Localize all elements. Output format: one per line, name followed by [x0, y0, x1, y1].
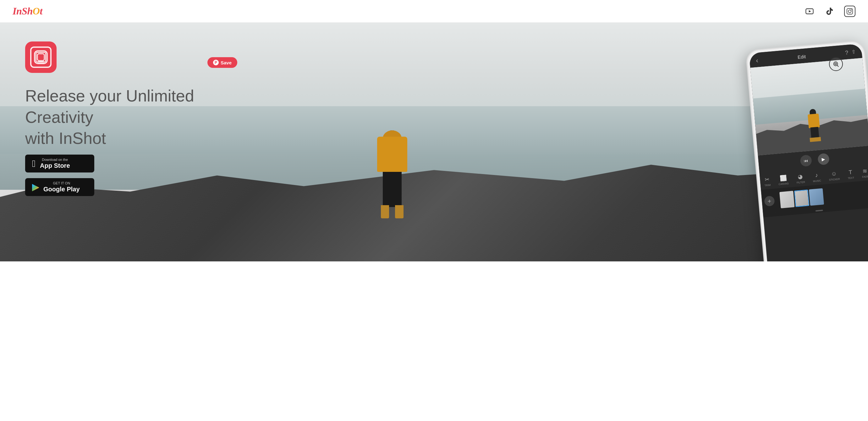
- progress-indicator: [815, 209, 823, 212]
- pv-jacket: [808, 114, 820, 128]
- phone-screen: ‹ Edit ? ⇧: [749, 44, 868, 261]
- logo-text: InShOt: [12, 5, 42, 17]
- app-logo-inner: [30, 46, 52, 68]
- text-icon: T: [848, 169, 852, 175]
- tool-fade[interactable]: ≋ FADE: [861, 167, 868, 179]
- tool-music-label: MUSIC: [813, 179, 821, 183]
- person-boot-right: [395, 205, 403, 218]
- filter-icon: ◕: [798, 173, 803, 180]
- svg-marker-1: [809, 10, 811, 12]
- music-icon: ♪: [815, 172, 818, 179]
- tool-music[interactable]: ♪ MUSIC: [812, 171, 821, 183]
- logo[interactable]: InShOt: [12, 5, 42, 17]
- tool-sticker-label: STICKER: [829, 177, 840, 181]
- app-logo-svg: [33, 49, 49, 65]
- google-play-button[interactable]: ▶ GET IT ON Google Play: [25, 178, 94, 196]
- google-play-text: GET IT ON Google Play: [43, 181, 80, 193]
- timeline-thumb-1: [779, 191, 795, 208]
- person-pants: [383, 172, 402, 207]
- app-store-text: Download on the App Store: [40, 158, 70, 169]
- tool-fade-label: FADE: [862, 175, 868, 179]
- person-boot-left: [381, 205, 389, 218]
- hero-buttons:  Download on the App Store ▶ GET IT ON …: [25, 155, 94, 196]
- svg-rect-5: [35, 51, 47, 63]
- sticker-icon: ☺: [831, 170, 837, 177]
- timeline-thumb-2: [794, 189, 809, 207]
- google-play-icon: ▶: [32, 182, 39, 192]
- app-logo: [25, 41, 57, 73]
- hero-section: Release your Unlimited Creativity with I…: [0, 23, 868, 261]
- tool-filter[interactable]: ◕ FILTER: [796, 173, 805, 184]
- camera-search-icon[interactable]: [829, 57, 843, 71]
- tool-sticker[interactable]: ☺ STICKER: [828, 170, 840, 181]
- add-media-button[interactable]: +: [764, 196, 775, 207]
- tiktok-icon[interactable]: [824, 6, 835, 17]
- skip-back-button[interactable]: ⏮: [800, 155, 812, 167]
- hero-person: [373, 130, 411, 218]
- phone-back-button[interactable]: ‹: [755, 57, 758, 65]
- tool-canvas-label: CANVAS: [778, 182, 789, 186]
- social-icons: [804, 6, 856, 17]
- fade-icon: ≋: [862, 167, 868, 175]
- save-button[interactable]: P Save: [208, 57, 237, 68]
- hero-title: Release your Unlimited Creativity with I…: [25, 86, 214, 149]
- phone-header-actions: ? ⇧: [845, 49, 856, 56]
- canvas-icon: ⬜: [779, 174, 787, 182]
- svg-rect-2: [847, 8, 852, 14]
- trim-icon: ✂: [764, 176, 770, 183]
- phone-help-icon[interactable]: ?: [845, 49, 848, 56]
- phone-edit-title: Edit: [797, 54, 806, 60]
- pinterest-icon: P: [213, 60, 219, 65]
- timeline-thumb-3: [809, 188, 824, 206]
- tool-canvas[interactable]: ⬜ CANVAS: [778, 174, 789, 186]
- instagram-icon[interactable]: [844, 6, 856, 17]
- svg-point-3: [848, 10, 851, 12]
- tool-filter-label: FILTER: [797, 181, 805, 184]
- svg-line-10: [837, 65, 839, 67]
- person-jacket: [377, 137, 407, 172]
- phone-share-icon[interactable]: ⇧: [851, 49, 856, 56]
- phone-mockup: ‹ Edit ? ⇧: [745, 40, 868, 261]
- tool-text[interactable]: T TEXT: [847, 169, 854, 180]
- app-store-button[interactable]:  Download on the App Store: [25, 155, 94, 172]
- pv-pants: [810, 127, 819, 138]
- youtube-icon[interactable]: [804, 6, 815, 17]
- tool-trim[interactable]: ✂ TRIM: [764, 176, 771, 187]
- svg-rect-6: [37, 54, 44, 61]
- svg-point-9: [835, 63, 837, 65]
- phone-video-preview: [750, 58, 868, 156]
- phone-video-person: [805, 106, 823, 142]
- hero-content: Release your Unlimited Creativity with I…: [25, 86, 214, 149]
- svg-rect-7: [37, 61, 44, 63]
- apple-icon: : [32, 158, 35, 169]
- svg-point-8: [834, 62, 838, 66]
- tool-trim-label: TRIM: [764, 184, 771, 187]
- play-button[interactable]: ▶: [817, 153, 830, 165]
- svg-point-4: [851, 9, 852, 10]
- header: InShOt: [0, 0, 868, 23]
- tool-text-label: TEXT: [847, 176, 854, 180]
